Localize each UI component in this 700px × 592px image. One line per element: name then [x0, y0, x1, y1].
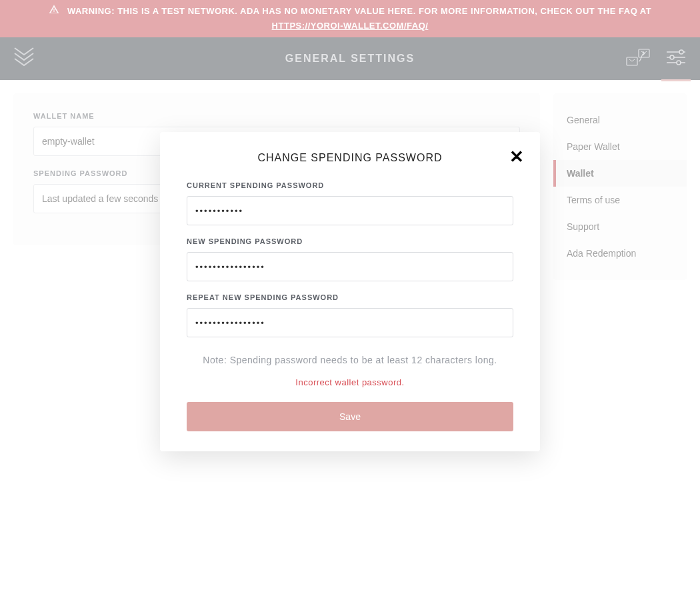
repeat-password-group: REPEAT NEW SPENDING PASSWORD [180, 293, 520, 337]
repeat-password-label: REPEAT NEW SPENDING PASSWORD [187, 293, 513, 301]
save-button[interactable]: Save [187, 402, 513, 431]
current-password-group: CURRENT SPENDING PASSWORD [180, 181, 520, 225]
close-icon[interactable]: ✕ [509, 148, 524, 165]
change-password-modal: CHANGE SPENDING PASSWORD ✕ CURRENT SPEND… [160, 132, 540, 451]
new-password-label: NEW SPENDING PASSWORD [187, 237, 513, 245]
modal-title: CHANGE SPENDING PASSWORD [180, 152, 520, 164]
current-password-label: CURRENT SPENDING PASSWORD [187, 181, 513, 189]
modal-overlay[interactable]: CHANGE SPENDING PASSWORD ✕ CURRENT SPEND… [0, 0, 700, 592]
current-password-input[interactable] [187, 196, 513, 225]
new-password-input[interactable] [187, 252, 513, 281]
repeat-password-input[interactable] [187, 308, 513, 337]
password-note: Note: Spending password needs to be at l… [180, 355, 520, 365]
error-message: Incorrect wallet password. [180, 377, 520, 387]
new-password-group: NEW SPENDING PASSWORD [180, 237, 520, 281]
